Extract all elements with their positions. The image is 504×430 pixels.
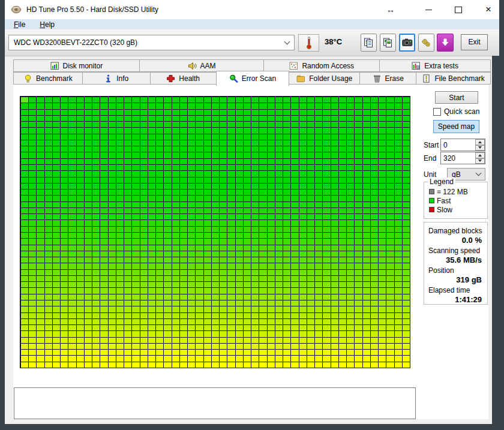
copy-image-icon bbox=[383, 38, 393, 48]
drive-selector[interactable]: WDC WD3200BEVT-22ZCT0 (320 gB) bbox=[8, 35, 295, 50]
window-title: HD Tune Pro 5.50 - Hard Disk/SSD Utility bbox=[26, 5, 158, 14]
arrow-down-icon bbox=[478, 146, 482, 149]
end-field-spinner bbox=[475, 152, 485, 164]
tab-folder-usage[interactable]: Folder Usage bbox=[289, 72, 360, 85]
exit-button[interactable]: Exit bbox=[461, 34, 488, 50]
close-button[interactable]: × bbox=[482, 0, 495, 19]
update-button[interactable] bbox=[437, 34, 454, 52]
stat-value: 35.6 MB/s bbox=[428, 255, 484, 264]
resize-arrows-icon[interactable]: ↔ bbox=[384, 0, 397, 19]
menu-file[interactable]: File bbox=[14, 20, 25, 29]
green-swatch-icon bbox=[429, 198, 434, 203]
tab-row-2: Benchmark Info Health bbox=[13, 72, 491, 85]
magnifier-icon bbox=[229, 74, 238, 83]
start-button-label: Start bbox=[449, 94, 464, 102]
scan-output-box bbox=[14, 387, 416, 419]
tab-extra-tests[interactable]: Extra tests bbox=[379, 59, 491, 72]
tab-health[interactable]: Health bbox=[150, 72, 217, 85]
arrow-up-icon bbox=[478, 154, 482, 157]
tab-label: Folder Usage bbox=[309, 74, 352, 83]
menu-bar: File Help bbox=[5, 19, 499, 29]
screenshot-camera-button[interactable] bbox=[399, 34, 415, 52]
tab-error-scan[interactable]: Error Scan bbox=[216, 71, 290, 86]
tab-random-access[interactable]: Random Access bbox=[263, 59, 380, 72]
app-window: HD Tune Pro 5.50 - Hard Disk/SSD Utility… bbox=[5, 0, 499, 424]
stat-label: Damaged blocks bbox=[428, 227, 484, 235]
stat-scanning-speed: Scanning speed 35.6 MB/s bbox=[428, 246, 484, 264]
legend-item-slow: Slow bbox=[429, 205, 487, 214]
stat-position: Position 319 gB bbox=[428, 266, 484, 284]
camera-icon bbox=[402, 38, 413, 47]
desktop: { "window": { "title": "HD Tune Pro 5.50… bbox=[0, 0, 504, 430]
file-exclaim-icon bbox=[422, 74, 431, 83]
copy-text-icon bbox=[364, 38, 374, 48]
start-field-input[interactable] bbox=[441, 139, 476, 151]
arrow-up-icon bbox=[478, 141, 482, 143]
spin-down-button[interactable] bbox=[475, 158, 485, 164]
maximize-icon bbox=[455, 7, 462, 13]
tab-label: AAM bbox=[200, 62, 216, 70]
legend-item-label: = 122 MB bbox=[437, 188, 468, 196]
stat-value: 319 gB bbox=[428, 275, 484, 284]
legend-box: Legend = 122 MB Fast Slow bbox=[424, 182, 488, 219]
trash-icon bbox=[373, 74, 382, 83]
desktop-background bbox=[492, 56, 499, 424]
start-button[interactable]: Start bbox=[435, 91, 478, 104]
tab-label: Info bbox=[116, 74, 128, 83]
options-button[interactable] bbox=[418, 34, 434, 52]
gray-swatch-icon bbox=[429, 189, 434, 194]
tab-file-benchmark[interactable]: File Benchmark bbox=[416, 72, 491, 85]
hard-disk-icon bbox=[11, 5, 22, 14]
speed-map-button[interactable]: Speed map bbox=[433, 120, 479, 133]
legend-item-block: = 122 MB bbox=[429, 187, 487, 196]
tab-strip: Disk monitor AAM Random Access bbox=[13, 59, 491, 85]
tab-disk-monitor[interactable]: Disk monitor bbox=[13, 59, 140, 72]
tab-label: Erase bbox=[385, 74, 404, 83]
current-block-marker bbox=[21, 97, 28, 103]
temperature-button[interactable] bbox=[298, 34, 319, 52]
title-bar[interactable]: HD Tune Pro 5.50 - Hard Disk/SSD Utility… bbox=[5, 0, 499, 19]
tab-erase[interactable]: Erase bbox=[359, 72, 416, 85]
tab-aam[interactable]: AAM bbox=[139, 59, 265, 72]
red-cross-icon bbox=[166, 74, 175, 83]
folder-icon bbox=[296, 74, 305, 83]
spin-up-button[interactable] bbox=[475, 139, 485, 145]
random-access-icon bbox=[289, 62, 298, 70]
tab-label: Benchmark bbox=[36, 74, 73, 83]
speed-map-button-label: Speed map bbox=[438, 122, 475, 131]
disk-monitor-icon bbox=[50, 62, 59, 70]
tab-row-1: Disk monitor AAM Random Access bbox=[13, 59, 491, 72]
stat-damaged-blocks: Damaged blocks 0.0 % bbox=[428, 227, 484, 245]
start-field-spinner bbox=[475, 139, 485, 151]
stat-value: 1:41:29 bbox=[428, 294, 484, 304]
stat-elapsed-time: Elapsed time 1:41:29 bbox=[428, 286, 484, 304]
stat-label: Scanning speed bbox=[428, 246, 484, 255]
tab-label: Extra tests bbox=[424, 62, 458, 70]
lightbulb-icon bbox=[23, 74, 32, 83]
quick-scan-row: Quick scan bbox=[433, 107, 479, 116]
scan-stats-box: Damaged blocks 0.0 % Scanning speed 35.6… bbox=[424, 222, 488, 305]
tab-info[interactable]: Info bbox=[82, 72, 151, 85]
maximize-button[interactable] bbox=[452, 0, 464, 19]
spin-down-button[interactable] bbox=[475, 145, 485, 151]
toolbar: WDC WD3200BEVT-22ZCT0 (320 gB) 38°C bbox=[5, 29, 499, 56]
menu-help[interactable]: Help bbox=[40, 20, 55, 29]
quick-scan-checkbox[interactable] bbox=[433, 108, 441, 116]
copy-image-button[interactable] bbox=[380, 34, 396, 52]
start-field-label: Start bbox=[424, 141, 439, 149]
end-field bbox=[440, 152, 485, 164]
tab-label: Health bbox=[179, 74, 200, 83]
thermometer-icon bbox=[306, 37, 312, 49]
stat-label: Position bbox=[428, 266, 484, 275]
spin-up-button[interactable] bbox=[475, 152, 485, 158]
start-field bbox=[440, 139, 485, 151]
end-field-input[interactable] bbox=[441, 152, 476, 164]
chevron-down-icon bbox=[476, 170, 482, 176]
options-gears-icon bbox=[421, 38, 431, 48]
tab-benchmark[interactable]: Benchmark bbox=[13, 72, 83, 85]
minimize-icon bbox=[425, 10, 432, 10]
temperature-value: 38°C bbox=[325, 37, 342, 46]
copy-text-button[interactable] bbox=[361, 34, 377, 52]
legend-item-label: Fast bbox=[437, 197, 451, 205]
minimize-button[interactable] bbox=[422, 0, 434, 19]
